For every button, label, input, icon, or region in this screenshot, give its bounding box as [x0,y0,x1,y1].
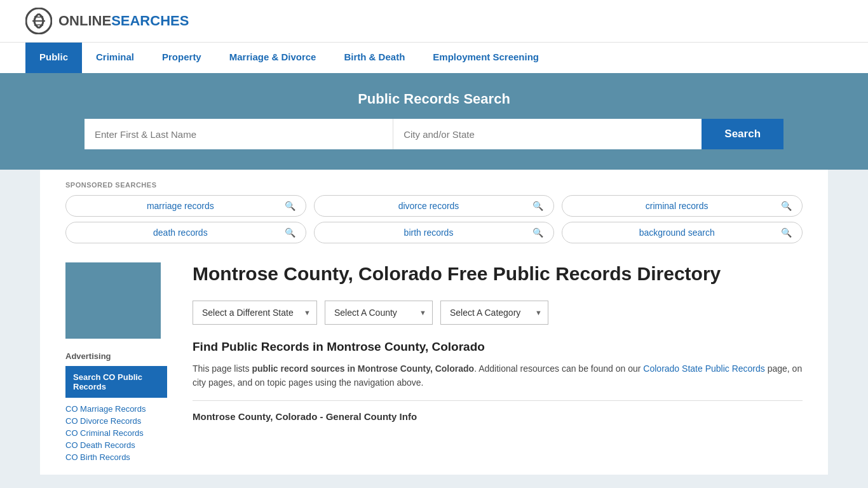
sidebar-link-divorce[interactable]: CO Divorce Records [65,416,167,426]
search-icon-1: 🔍 [285,201,295,211]
nav-item-employment[interactable]: Employment Screening [419,43,553,73]
pill-marriage[interactable]: marriage records 🔍 [65,195,306,217]
find-text-bold: public record sources in Montrose County… [252,363,474,374]
pill-criminal[interactable]: criminal records 🔍 [562,195,803,217]
find-state-link[interactable]: Colorado State Public Records [643,363,764,374]
search-banner-title: Public Records Search [25,91,843,107]
county-dropdown-wrap: Select A County [325,301,433,325]
name-input[interactable] [85,119,393,149]
main-nav: Public Criminal Property Marriage & Divo… [0,42,868,73]
logo: ONLINESEARCHES [25,8,189,34]
sidebar: Advertising Search CO Public Records CO … [40,262,180,475]
search-button[interactable]: Search [702,119,783,149]
sponsored-label: SPONSORED SEARCHES [65,181,803,189]
nav-item-public[interactable]: Public [25,43,82,73]
main-content: Montrose County, Colorado Free Public Re… [180,262,828,475]
sponsored-section: SPONSORED SEARCHES marriage records 🔍 di… [40,170,828,250]
logo-text: ONLINESEARCHES [58,13,189,29]
nav-item-criminal[interactable]: Criminal [82,43,148,73]
find-text-part2: . Additional resources can be found on o… [474,363,643,374]
pill-death[interactable]: death records 🔍 [65,222,306,243]
search-banner: Public Records Search Search [0,73,868,170]
dropdowns-row: Select a Different State Select A County… [193,301,803,325]
find-records-title: Find Public Records in Montrose County, … [193,340,803,354]
state-image [65,262,161,339]
search-icon-3: 🔍 [781,201,792,211]
nav-item-marriage-divorce[interactable]: Marriage & Divorce [215,43,330,73]
header: ONLINESEARCHES [0,0,868,42]
category-dropdown-wrap: Select A Category [440,301,548,325]
pill-row-1: marriage records 🔍 divorce records 🔍 cri… [65,195,803,217]
find-records-text: This page lists public record sources in… [193,362,803,390]
main-container: SPONSORED SEARCHES marriage records 🔍 di… [40,170,828,475]
section-subtitle: Montrose County, Colorado - General Coun… [193,411,803,422]
nav-item-birth-death[interactable]: Birth & Death [330,43,419,73]
sidebar-link-marriage[interactable]: CO Marriage Records [65,404,167,414]
search-icon-4: 🔍 [285,227,295,238]
sponsored-pills: marriage records 🔍 divorce records 🔍 cri… [65,195,803,243]
pill-birth[interactable]: birth records 🔍 [314,222,555,243]
pill-row-2: death records 🔍 birth records 🔍 backgrou… [65,222,803,243]
sidebar-ad-label: Advertising [65,351,167,361]
search-icon-5: 🔍 [532,227,543,238]
state-dropdown-wrap: Select a Different State [193,301,317,325]
nav-item-property[interactable]: Property [148,43,215,73]
find-text-part1: This page lists [193,363,252,374]
logo-icon [25,8,52,34]
search-icon-6: 🔍 [781,227,792,238]
state-dropdown[interactable]: Select a Different State [193,301,317,325]
county-dropdown[interactable]: Select A County [325,301,433,325]
search-icon-2: 🔍 [532,201,543,211]
sidebar-link-criminal[interactable]: CO Criminal Records [65,428,167,438]
sidebar-ad-box[interactable]: Search CO Public Records [65,366,167,398]
sidebar-link-birth[interactable]: CO Birth Records [65,452,167,462]
sidebar-links: CO Marriage Records CO Divorce Records C… [65,404,167,462]
category-dropdown[interactable]: Select A Category [440,301,548,325]
location-input[interactable] [393,119,702,149]
section-divider [193,400,803,401]
sidebar-link-death[interactable]: CO Death Records [65,440,167,450]
search-form: Search [85,119,783,149]
page-title: Montrose County, Colorado Free Public Re… [193,262,803,285]
content-area: Advertising Search CO Public Records CO … [40,250,828,475]
pill-divorce[interactable]: divorce records 🔍 [314,195,555,217]
pill-background[interactable]: background search 🔍 [562,222,803,243]
